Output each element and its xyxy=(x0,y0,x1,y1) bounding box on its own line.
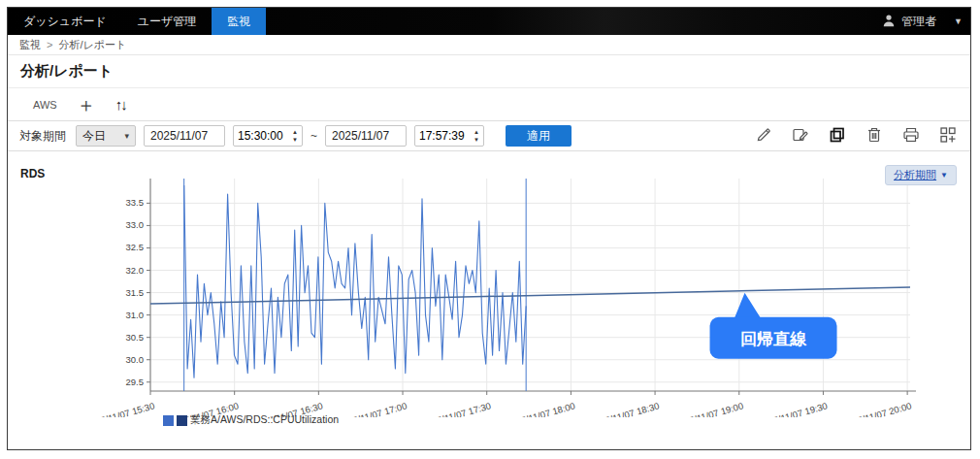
range-separator: ~ xyxy=(310,129,317,143)
svg-text:回帰直線: 回帰直線 xyxy=(740,330,807,348)
svg-text:2025/11/07 15:30: 2025/11/07 15:30 xyxy=(84,400,155,417)
legend-label: 業務A/AWS/RDS::CPUUtilization xyxy=(190,413,339,427)
chevron-down-icon: ▾ xyxy=(124,131,129,141)
analysis-period-button[interactable]: 分析期間 ▼ xyxy=(885,165,957,185)
group-tab-bar: AWS ＋ ↑↓ xyxy=(8,88,970,121)
start-time-input[interactable] xyxy=(234,129,290,143)
end-date-input[interactable] xyxy=(325,125,407,147)
nav-spacer xyxy=(266,8,872,35)
document-pencil-icon xyxy=(792,126,809,147)
breadcrumb: 監視 > 分析/レポート xyxy=(8,35,970,55)
user-menu-caret-icon[interactable]: ▼ xyxy=(946,8,970,35)
delete-button[interactable] xyxy=(864,124,885,148)
svg-text:29.5: 29.5 xyxy=(126,377,145,387)
svg-text:32.5: 32.5 xyxy=(126,242,145,252)
add-tab-button[interactable]: ＋ xyxy=(77,95,96,115)
reorder-button[interactable]: ↑↓ xyxy=(115,96,126,113)
user-menu[interactable]: 管理者 xyxy=(872,8,946,35)
chart-panel-title: RDS xyxy=(20,167,45,180)
breadcrumb-current-page: 分析/レポート xyxy=(58,38,126,52)
app-window: ダッシュボード ユーザ管理 監視 管理者 ▼ 監視 > 分析/レポート 分析/レ… xyxy=(7,7,971,450)
analysis-period-label: 分析期間 xyxy=(894,168,936,182)
legend-swatch-regression xyxy=(177,415,187,426)
print-button[interactable] xyxy=(900,124,922,148)
period-preset-value: 今日 xyxy=(82,128,106,145)
chart-svg: 29.530.030.531.031.532.032.533.033.52025… xyxy=(8,159,970,417)
title-row: 分析/レポート xyxy=(8,55,970,88)
spinner-up-icon[interactable]: ▲ xyxy=(472,128,481,136)
spinner-up-icon[interactable]: ▲ xyxy=(290,128,300,136)
copy-button[interactable] xyxy=(827,124,848,148)
grid-plus-icon xyxy=(939,126,957,147)
svg-text:30.5: 30.5 xyxy=(126,332,145,343)
end-time-input[interactable] xyxy=(415,129,472,143)
trash-icon xyxy=(866,126,883,147)
end-time-spinner: ▲ ▼ xyxy=(472,128,483,144)
printer-icon xyxy=(902,126,920,147)
period-filter-label: 対象期間 xyxy=(19,128,66,145)
edit-button[interactable] xyxy=(753,124,774,148)
tab-aws[interactable]: AWS xyxy=(33,99,57,111)
breadcrumb-section-link[interactable]: 監視 xyxy=(19,38,41,52)
svg-text:31.5: 31.5 xyxy=(126,287,145,298)
spinner-down-icon[interactable]: ▼ xyxy=(290,136,300,144)
chart-legend: 業務A/AWS/RDS::CPUUtilization xyxy=(163,413,970,427)
sort-arrows-icon: ↑↓ xyxy=(115,96,126,113)
svg-text:33.5: 33.5 xyxy=(126,197,145,208)
user-icon xyxy=(882,14,896,30)
pencil-icon xyxy=(755,126,772,147)
start-date-input[interactable] xyxy=(144,125,225,147)
top-nav: ダッシュボード ユーザ管理 監視 管理者 ▼ xyxy=(8,8,970,35)
page-title: 分析/レポート xyxy=(20,62,113,81)
add-widget-button[interactable] xyxy=(937,124,959,148)
plus-icon: ＋ xyxy=(77,94,96,115)
start-time-spinner: ▲ ▼ xyxy=(290,128,302,144)
breadcrumb-separator: > xyxy=(47,39,52,50)
nav-item-dashboard[interactable]: ダッシュボード xyxy=(8,8,122,35)
regression-callout: 回帰直線 xyxy=(710,293,837,359)
svg-text:33.0: 33.0 xyxy=(126,219,145,230)
end-time-box: ▲ ▼ xyxy=(414,125,484,147)
svg-text:31.0: 31.0 xyxy=(126,310,145,320)
copy-icon xyxy=(829,126,846,147)
svg-text:30.0: 30.0 xyxy=(126,354,145,365)
filter-bar: 対象期間 今日 ▾ ▲ ▼ ~ ▲ ▼ 適用 xyxy=(8,121,970,151)
legend-swatch-series xyxy=(163,415,174,426)
start-time-box: ▲ ▼ xyxy=(233,125,303,147)
svg-text:32.0: 32.0 xyxy=(126,265,145,276)
chart-panel: RDS 分析期間 ▼ 29.530.030.531.031.532.032.53… xyxy=(8,159,970,427)
user-name-label: 管理者 xyxy=(901,14,936,30)
nav-item-monitoring[interactable]: 監視 xyxy=(212,8,266,35)
chevron-down-icon: ▼ xyxy=(940,171,948,180)
nav-item-user-management[interactable]: ユーザ管理 xyxy=(122,8,212,35)
apply-button[interactable]: 適用 xyxy=(506,125,572,147)
period-preset-select[interactable]: 今日 ▾ xyxy=(76,125,136,147)
spinner-down-icon[interactable]: ▼ xyxy=(472,136,481,144)
rename-button[interactable] xyxy=(790,124,811,148)
